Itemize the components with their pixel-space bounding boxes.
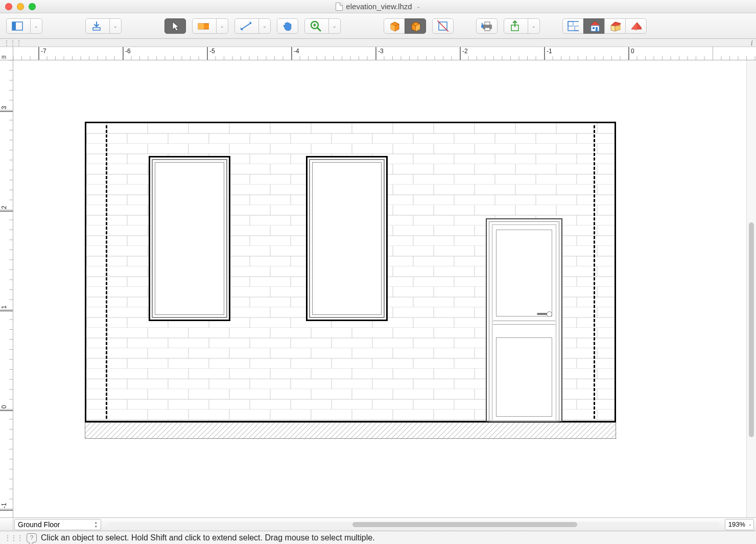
roof-icon <box>630 20 642 32</box>
chevron-down-icon: ⌄ <box>258 19 270 33</box>
plan-view-button[interactable] <box>562 18 584 34</box>
scrollbar-thumb[interactable] <box>352 522 577 527</box>
plan-2d-icon <box>568 20 579 32</box>
svg-text:-2: -2 <box>462 48 468 55</box>
svg-text:3: 3 <box>1 106 8 109</box>
door-handle <box>537 313 551 315</box>
import-button[interactable]: ⌄ <box>85 18 122 34</box>
download-icon <box>91 20 102 32</box>
view-3d-group <box>384 18 426 34</box>
svg-rect-26 <box>591 26 599 31</box>
svg-text:0: 0 <box>1 405 8 409</box>
svg-rect-28 <box>596 27 598 31</box>
drag-handle-icon[interactable]: ⋮⋮⋮ <box>3 39 21 47</box>
canvas[interactable] <box>13 60 746 517</box>
select-tool-button[interactable] <box>164 18 186 34</box>
view-3d-a-button[interactable] <box>384 18 405 34</box>
info-icon[interactable]: i <box>751 38 753 48</box>
svg-rect-192 <box>85 423 617 439</box>
horizontal-scrollbar[interactable] <box>102 518 725 531</box>
ruler-vertical[interactable]: 3210-1 <box>0 60 13 517</box>
crop-tool-button[interactable] <box>432 18 454 34</box>
window-1[interactable] <box>149 156 230 321</box>
svg-text:-6: -6 <box>125 48 131 55</box>
share-button[interactable]: ⌄ <box>504 18 540 34</box>
bottom-bar: Ground Floor ▴▾ 193% ⌄ <box>0 517 756 531</box>
svg-rect-2 <box>93 28 100 30</box>
dimension-icon <box>240 20 251 32</box>
svg-text:-1: -1 <box>547 48 552 55</box>
section-marker-right <box>594 125 595 419</box>
wall[interactable] <box>85 122 616 422</box>
window-2[interactable] <box>306 156 388 321</box>
toolbar: ⌄ ⌄ ⌄ ⌄ ⌄ <box>0 13 756 39</box>
titlebar: elevation_view.lhzd ⌄ <box>0 0 756 13</box>
dimension-tool-button[interactable]: ⌄ <box>234 18 271 34</box>
floor-label: Ground Floor <box>18 520 60 529</box>
ruler-unit: m <box>0 47 13 60</box>
cursor-icon <box>170 20 181 32</box>
svg-rect-25 <box>575 26 579 31</box>
view-mode-group <box>562 18 647 34</box>
share-icon <box>509 20 521 32</box>
wall-icon <box>198 20 209 32</box>
svg-line-11 <box>317 28 320 31</box>
chevron-down-icon: ⌄ <box>416 4 420 9</box>
help-bubble-icon[interactable]: ? <box>27 533 37 542</box>
chevron-down-icon: ⌄ <box>748 522 752 527</box>
door[interactable] <box>486 218 562 422</box>
panel-icon <box>12 20 23 32</box>
zoom-selector[interactable]: 193% ⌄ <box>725 519 754 530</box>
ground-hatch <box>85 422 616 439</box>
section-marker-left <box>106 125 107 419</box>
elevation-view-button[interactable] <box>583 18 605 34</box>
status-bar: ⋮⋮⋮ ? Click an object to select. Hold Sh… <box>0 531 756 544</box>
svg-line-5 <box>242 23 251 29</box>
ruler-horizontal[interactable]: -7-6-5-4-3-2-10 <box>13 47 756 60</box>
view-3d-b-button[interactable] <box>405 18 426 34</box>
crop-icon <box>437 20 448 32</box>
secondary-bar: ⋮⋮⋮ i <box>0 39 756 47</box>
main-area: 3210-1 <box>0 60 756 517</box>
window-title-area[interactable]: elevation_view.lhzd ⌄ <box>0 2 756 11</box>
box-3d-alt-icon <box>410 20 421 32</box>
vertical-scrollbar[interactable] <box>746 60 756 517</box>
roof-view-button[interactable] <box>625 18 647 34</box>
scrollbar-thumb[interactable] <box>749 222 754 437</box>
chevron-down-icon: ⌄ <box>528 19 539 33</box>
window-title: elevation_view.lhzd <box>346 2 412 11</box>
svg-text:2: 2 <box>1 206 8 209</box>
svg-rect-1 <box>12 22 16 30</box>
pan-tool-button[interactable] <box>277 18 298 34</box>
svg-rect-18 <box>485 28 490 31</box>
document-icon <box>336 3 343 11</box>
box-3d-icon <box>389 20 400 32</box>
floor-selector[interactable]: Ground Floor ▴▾ <box>14 519 101 530</box>
svg-text:-3: -3 <box>378 48 384 55</box>
svg-text:-4: -4 <box>294 48 299 55</box>
house-elevation-icon <box>588 20 600 32</box>
zoom-tool-button[interactable]: ⌄ <box>304 18 341 34</box>
print-button[interactable] <box>476 18 498 34</box>
svg-rect-24 <box>568 21 573 26</box>
svg-rect-19 <box>481 26 484 28</box>
wall-tool-button[interactable]: ⌄ <box>192 18 228 34</box>
svg-rect-4 <box>198 24 204 29</box>
svg-text:1: 1 <box>1 305 8 309</box>
perspective-view-button[interactable] <box>604 18 626 34</box>
svg-text:0: 0 <box>631 48 634 55</box>
ruler-top-row: m -7-6-5-4-3-2-10 <box>0 47 756 60</box>
chevron-down-icon: ⌄ <box>109 19 121 33</box>
print-icon <box>481 20 492 32</box>
drawing-elevation <box>85 122 616 439</box>
svg-text:-7: -7 <box>41 48 46 55</box>
zoom-value: 193% <box>728 520 745 528</box>
svg-text:-1: -1 <box>1 503 8 508</box>
hand-icon <box>282 20 293 32</box>
panel-layout-button[interactable]: ⌄ <box>6 18 42 34</box>
chevron-down-icon: ⌄ <box>216 19 228 33</box>
stepper-icon: ▴▾ <box>92 520 100 529</box>
drag-handle-icon[interactable]: ⋮⋮⋮ <box>4 534 22 542</box>
chevron-down-icon: ⌄ <box>328 19 340 33</box>
svg-rect-27 <box>593 27 595 29</box>
